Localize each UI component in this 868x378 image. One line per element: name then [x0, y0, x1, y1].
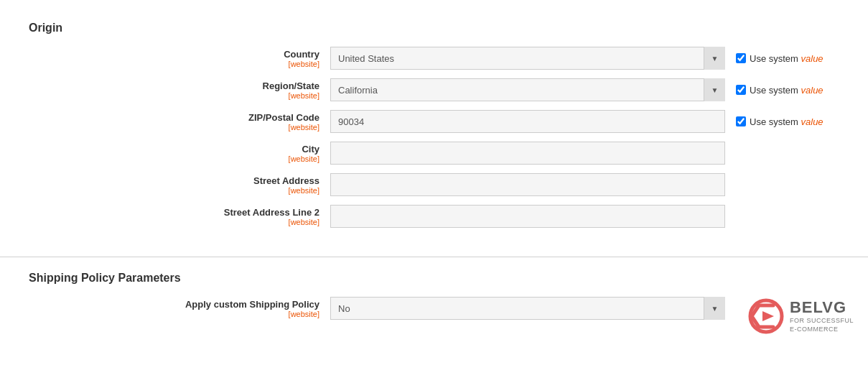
belvg-tagline-1: FOR SUCCESSFUL — [790, 317, 854, 326]
region-select-wrap: California ▼ — [330, 78, 725, 101]
country-system-value-wrap: Use system value — [736, 53, 823, 64]
origin-section: Origin Country [website] United States ▼… — [0, 14, 868, 249]
street2-control — [330, 205, 725, 228]
street-row: Street Address [website] — [14, 172, 854, 198]
zip-system-value-italic: value — [801, 116, 823, 127]
country-sublabel: [website] — [14, 60, 319, 68]
street-label: Street Address — [14, 175, 319, 186]
origin-title: Origin — [14, 14, 854, 45]
zip-control — [330, 110, 725, 133]
city-row: City [website] — [14, 140, 854, 166]
city-control — [330, 142, 725, 165]
region-row: Region/State [website] California ▼ Use … — [14, 77, 854, 103]
apply-shipping-label-wrap: Apply custom Shipping Policy [website] — [14, 299, 330, 318]
shipping-policy-section: Shipping Policy Parameters Apply custom … — [0, 264, 868, 341]
apply-shipping-label: Apply custom Shipping Policy — [14, 299, 319, 310]
country-select-wrap: United States ▼ — [330, 47, 725, 70]
region-control: California ▼ — [330, 78, 725, 101]
belvg-tagline-2: E-COMMERCE — [790, 326, 854, 334]
street-sublabel: [website] — [14, 186, 319, 195]
region-system-value-checkbox[interactable] — [736, 85, 746, 95]
region-select[interactable]: California — [330, 78, 725, 101]
street-control — [330, 173, 725, 196]
street2-label-wrap: Street Address Line 2 [website] — [14, 207, 330, 226]
svg-marker-1 — [762, 311, 774, 321]
apply-shipping-row: Apply custom Shipping Policy [website] N… — [14, 295, 854, 321]
region-system-value-italic: value — [801, 85, 823, 96]
zip-label: ZIP/Postal Code — [14, 112, 319, 123]
country-label: Country — [14, 49, 319, 60]
country-system-value-checkbox[interactable] — [736, 53, 746, 63]
region-system-value-label: Use system value — [750, 85, 823, 96]
street2-label: Street Address Line 2 — [14, 207, 319, 218]
country-system-value-label: Use system value — [750, 53, 823, 64]
street2-row: Street Address Line 2 [website] — [14, 203, 854, 229]
zip-row: ZIP/Postal Code [website] Use system val… — [14, 109, 854, 134]
belvg-icon — [748, 298, 784, 334]
street2-input[interactable] — [330, 205, 725, 228]
zip-system-value-checkbox[interactable] — [736, 116, 746, 126]
country-label-wrap: Country [website] — [14, 49, 330, 68]
street2-sublabel: [website] — [14, 218, 319, 226]
zip-system-value-wrap: Use system value — [736, 116, 823, 127]
country-system-value-italic: value — [801, 53, 823, 64]
belvg-logo: BELVG FOR SUCCESSFUL E-COMMERCE — [748, 298, 854, 334]
region-sublabel: [website] — [14, 91, 319, 100]
city-input[interactable] — [330, 142, 725, 165]
country-control: United States ▼ — [330, 47, 725, 70]
city-label-wrap: City [website] — [14, 144, 330, 163]
region-label: Region/State — [14, 80, 319, 91]
street-input[interactable] — [330, 173, 725, 196]
zip-sublabel: [website] — [14, 123, 319, 132]
zip-input[interactable] — [330, 110, 725, 133]
zip-system-value-label: Use system value — [750, 116, 823, 127]
region-system-value-wrap: Use system value — [736, 85, 823, 96]
city-sublabel: [website] — [14, 155, 319, 163]
city-label: City — [14, 144, 319, 155]
belvg-text: BELVG FOR SUCCESSFUL E-COMMERCE — [790, 298, 854, 333]
shipping-policy-title: Shipping Policy Parameters — [14, 264, 854, 295]
apply-shipping-select-wrap: No Yes ▼ — [330, 297, 725, 320]
apply-shipping-control: No Yes ▼ — [330, 297, 725, 320]
belvg-name: BELVG — [790, 298, 854, 317]
apply-shipping-select[interactable]: No Yes — [330, 297, 725, 320]
section-divider — [0, 257, 868, 257]
region-label-wrap: Region/State [website] — [14, 80, 330, 100]
street-label-wrap: Street Address [website] — [14, 175, 330, 195]
page-container: Origin Country [website] United States ▼… — [0, 0, 868, 378]
apply-shipping-sublabel: [website] — [14, 310, 319, 318]
country-row: Country [website] United States ▼ Use sy… — [14, 45, 854, 71]
country-select[interactable]: United States — [330, 47, 725, 70]
zip-label-wrap: ZIP/Postal Code [website] — [14, 112, 330, 132]
